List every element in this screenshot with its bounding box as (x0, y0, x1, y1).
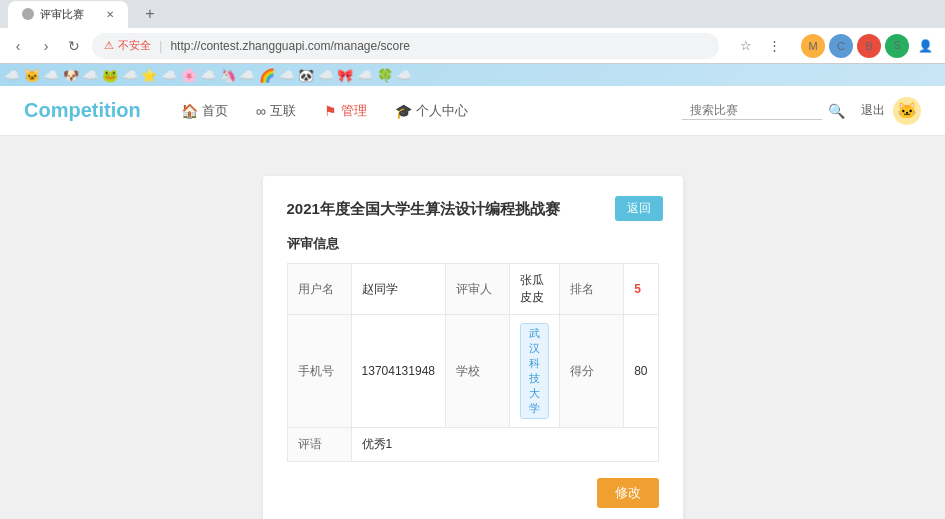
browser-actions: ☆ ⋮ (735, 35, 785, 57)
cloud-decorations: ☁️ 🐱 ☁️ 🐶 ☁️ 🐸 ☁️ ⭐ ☁️ 🌸 ☁️ 🦄 ☁️ 🌈 ☁️ 🐼 … (4, 68, 412, 83)
more-btn[interactable]: ⋮ (763, 35, 785, 57)
logo-text: Competition (24, 99, 141, 121)
ext-icon-4[interactable]: S (885, 34, 909, 58)
table-row-1: 用户名 赵同学 评审人 张瓜皮皮 排名 5 (287, 264, 658, 315)
nav-item-community[interactable]: ∞ 互联 (256, 102, 296, 120)
value-comment: 优秀1 (351, 428, 658, 462)
back-btn[interactable]: ‹ (8, 36, 28, 56)
banner-inner: ☁️ 🐱 ☁️ 🐶 ☁️ 🐸 ☁️ ⭐ ☁️ 🌸 ☁️ 🦄 ☁️ 🌈 ☁️ 🐼 … (0, 64, 945, 86)
label-score: 得分 (560, 315, 624, 428)
avatar-icon: 🐱 (897, 101, 917, 120)
section-label: 评审信息 (287, 235, 659, 253)
value-phone: 13704131948 (351, 315, 445, 428)
ext-icon-3[interactable]: B (857, 34, 881, 58)
value-rank: 5 (624, 264, 658, 315)
value-school: 武汉科技大学 (510, 315, 560, 428)
back-button[interactable]: 返回 (615, 196, 663, 221)
value-username: 赵同学 (351, 264, 445, 315)
user-action-label[interactable]: 退出 (861, 102, 885, 119)
school-tag: 武汉科技大学 (520, 323, 549, 419)
nav-item-manage[interactable]: ⚑ 管理 (324, 102, 367, 120)
label-phone: 手机号 (287, 315, 351, 428)
ext-icon-2[interactable]: C (829, 34, 853, 58)
bookmark-btn[interactable]: ☆ (735, 35, 757, 57)
nav-label-manage: 管理 (341, 102, 367, 120)
nav-label-profile: 个人中心 (416, 102, 468, 120)
label-username: 用户名 (287, 264, 351, 315)
review-card: 2021年度全国大学生算法设计编程挑战赛 返回 评审信息 用户名 赵同学 评审人… (263, 176, 683, 519)
security-warning-icon: ⚠ (104, 39, 114, 52)
value-score: 80 (624, 315, 658, 428)
close-tab-btn[interactable]: ✕ (106, 9, 114, 20)
address-bar[interactable]: ⚠ 不安全 | http://contest.zhangguapi.com/ma… (92, 33, 719, 59)
search-icon[interactable]: 🔍 (828, 103, 845, 119)
nav-search: 🔍 (682, 101, 845, 120)
main-content: 2021年度全国大学生算法设计编程挑战赛 返回 评审信息 用户名 赵同学 评审人… (0, 136, 945, 519)
address-bar-row: ‹ › ↻ ⚠ 不安全 | http://contest.zhangguapi.… (0, 28, 945, 64)
info-table: 用户名 赵同学 评审人 张瓜皮皮 排名 5 手机号 13704131948 学校… (287, 263, 659, 462)
card-title: 2021年度全国大学生算法设计编程挑战赛 (287, 200, 659, 219)
ext-icon-5[interactable]: 👤 (913, 34, 937, 58)
modify-button[interactable]: 修改 (597, 478, 659, 508)
search-input[interactable] (682, 101, 822, 120)
label-rank: 排名 (560, 264, 624, 315)
separator: | (159, 38, 162, 53)
home-icon: 🏠 (181, 103, 198, 119)
new-tab-btn[interactable]: + (138, 2, 162, 26)
security-label: 不安全 (118, 38, 151, 53)
nav-label-home: 首页 (202, 102, 228, 120)
nav-label-community: 互联 (270, 102, 296, 120)
tab-label: 评审比赛 (40, 7, 84, 22)
community-icon: ∞ (256, 103, 266, 119)
nav-items: 🏠 首页 ∞ 互联 ⚑ 管理 🎓 个人中心 (181, 102, 682, 120)
profile-icon: 🎓 (395, 103, 412, 119)
nav-user: 退出 🐱 (861, 97, 921, 125)
active-tab[interactable]: 评审比赛 ✕ (8, 1, 128, 28)
label-comment: 评语 (287, 428, 351, 462)
browser-right-icons: M C B S 👤 (801, 34, 937, 58)
app-logo: Competition (24, 99, 141, 122)
nav-item-home[interactable]: 🏠 首页 (181, 102, 228, 120)
value-reviewer: 张瓜皮皮 (510, 264, 560, 315)
address-text: http://contest.zhangguapi.com/manage/sco… (170, 39, 409, 53)
label-school: 学校 (445, 315, 509, 428)
manage-icon: ⚑ (324, 103, 337, 119)
tab-favicon (22, 8, 34, 20)
browser-chrome: 评审比赛 ✕ + ‹ › ↻ ⚠ 不安全 | http://contest.zh… (0, 0, 945, 64)
ext-icon-1[interactable]: M (801, 34, 825, 58)
table-row-2: 手机号 13704131948 学校 武汉科技大学 得分 80 (287, 315, 658, 428)
browser-top-bar: 评审比赛 ✕ + (0, 0, 945, 28)
user-avatar[interactable]: 🐱 (893, 97, 921, 125)
nav-item-profile[interactable]: 🎓 个人中心 (395, 102, 468, 120)
app-nav: Competition 🏠 首页 ∞ 互联 ⚑ 管理 🎓 个人中心 🔍 退出 🐱 (0, 86, 945, 136)
forward-btn[interactable]: › (36, 36, 56, 56)
table-row-3: 评语 优秀1 (287, 428, 658, 462)
decorative-banner: ☁️ 🐱 ☁️ 🐶 ☁️ 🐸 ☁️ ⭐ ☁️ 🌸 ☁️ 🦄 ☁️ 🌈 ☁️ 🐼 … (0, 64, 945, 86)
label-reviewer: 评审人 (445, 264, 509, 315)
reload-btn[interactable]: ↻ (64, 36, 84, 56)
